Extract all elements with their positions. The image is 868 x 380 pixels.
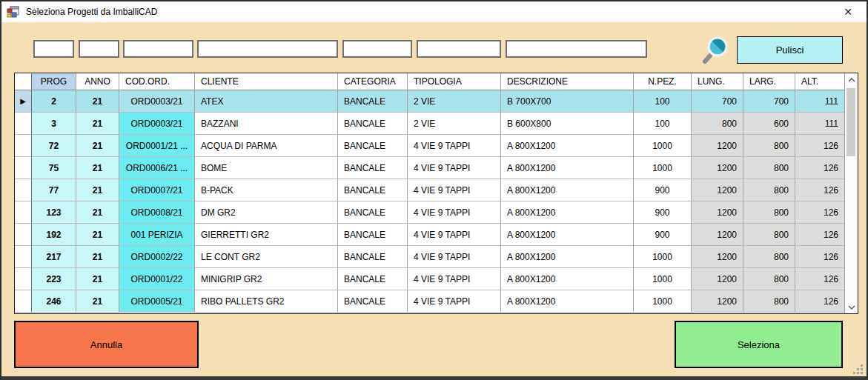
column-header-lung[interactable]: LUNG. bbox=[692, 73, 743, 90]
cell-categoria[interactable]: BANCALE bbox=[338, 268, 408, 290]
cell-anno[interactable]: 21 bbox=[76, 179, 119, 201]
filter-categoria-input[interactable] bbox=[342, 40, 412, 58]
current-row-indicator[interactable]: ▶ bbox=[15, 90, 32, 113]
cell-larg[interactable]: 800 bbox=[743, 224, 795, 246]
column-header-cliente[interactable]: CLIENTE bbox=[195, 73, 338, 90]
column-header-descrizione[interactable]: DESCRIZIONE bbox=[501, 73, 634, 90]
row-header-cell[interactable] bbox=[15, 157, 32, 179]
cell-anno[interactable]: 21 bbox=[76, 224, 119, 246]
filter-cliente-input[interactable] bbox=[197, 40, 338, 58]
cell-tipologia[interactable]: 4 VIE 9 TAPPI bbox=[408, 290, 501, 313]
cell-tipologia[interactable]: 2 VIE bbox=[408, 90, 501, 113]
cell-cliente[interactable]: B-PACK bbox=[195, 179, 338, 201]
cell-cliente[interactable]: BAZZANI bbox=[195, 113, 338, 135]
cell-alt[interactable]: 126 bbox=[795, 157, 845, 179]
row-header-cell[interactable] bbox=[15, 290, 32, 313]
cell-larg[interactable]: 700 bbox=[743, 90, 795, 113]
cell-anno[interactable]: 21 bbox=[76, 290, 119, 313]
close-button[interactable]: ✕ bbox=[840, 4, 856, 19]
cell-anno[interactable]: 21 bbox=[76, 135, 119, 157]
seleziona-button[interactable]: Seleziona bbox=[675, 321, 843, 368]
cell-codord[interactable]: ORD0003/21 bbox=[119, 90, 195, 113]
cell-larg[interactable]: 600 bbox=[743, 113, 795, 135]
column-header-larg[interactable]: LARG. bbox=[743, 73, 795, 90]
cell-codord[interactable]: ORD0005/21 bbox=[119, 290, 195, 313]
cell-alt[interactable]: 126 bbox=[795, 290, 845, 313]
cell-cliente[interactable]: DM GR2 bbox=[195, 201, 338, 224]
cell-tipologia[interactable]: 4 VIE 9 TAPPI bbox=[408, 224, 501, 246]
column-header-categoria[interactable]: CATEGORIA bbox=[338, 73, 408, 90]
cell-alt[interactable]: 126 bbox=[795, 224, 845, 246]
cell-codord[interactable]: 001 PERIZIA bbox=[119, 224, 195, 246]
table-row[interactable]: 24621ORD0005/21RIBO PALLETS GR2BANCALE4 … bbox=[15, 290, 845, 313]
column-header-alt[interactable]: ALT. bbox=[795, 73, 845, 90]
cell-codord[interactable]: ORD0002/22 bbox=[119, 246, 195, 268]
table-row[interactable]: 7521ORD0006/21 ...BOMEBANCALE4 VIE 9 TAP… bbox=[15, 157, 845, 179]
cell-lung[interactable]: 1200 bbox=[692, 290, 743, 313]
cell-anno[interactable]: 21 bbox=[76, 201, 119, 224]
scroll-down-button[interactable] bbox=[845, 301, 858, 313]
cell-npez[interactable]: 1000 bbox=[634, 135, 692, 157]
cell-larg[interactable]: 800 bbox=[743, 290, 795, 313]
cell-prog[interactable]: 192 bbox=[32, 224, 76, 246]
cell-categoria[interactable]: BANCALE bbox=[338, 201, 408, 224]
cell-alt[interactable]: 126 bbox=[795, 268, 845, 290]
column-header-prog[interactable]: PROG bbox=[32, 73, 76, 90]
row-header-cell[interactable] bbox=[15, 113, 32, 135]
cell-lung[interactable]: 1200 bbox=[692, 135, 743, 157]
cell-categoria[interactable]: BANCALE bbox=[338, 157, 408, 179]
cell-categoria[interactable]: BANCALE bbox=[338, 113, 408, 135]
cell-categoria[interactable]: BANCALE bbox=[338, 224, 408, 246]
cell-anno[interactable]: 21 bbox=[76, 246, 119, 268]
cell-anno[interactable]: 21 bbox=[76, 268, 119, 290]
cell-tipologia[interactable]: 4 VIE 9 TAPPI bbox=[408, 179, 501, 201]
column-header-npez[interactable]: N.PEZ. bbox=[634, 73, 692, 90]
filter-descrizione-input[interactable] bbox=[506, 40, 647, 58]
cell-prog[interactable]: 217 bbox=[32, 246, 76, 268]
table-row[interactable]: 22321ORD0001/22MINIGRIP GR2BANCALE4 VIE … bbox=[15, 268, 845, 290]
pulisci-button[interactable]: Pulisci bbox=[737, 36, 843, 64]
cell-tipologia[interactable]: 4 VIE 9 TAPPI bbox=[408, 157, 501, 179]
cell-anno[interactable]: 21 bbox=[76, 157, 119, 179]
cell-cliente[interactable]: BOME bbox=[195, 157, 338, 179]
cell-cliente[interactable]: MINIGRIP GR2 bbox=[195, 268, 338, 290]
cell-descrizione[interactable]: A 800X1200 bbox=[501, 157, 634, 179]
table-row[interactable]: 21721ORD0002/22LE CONT GR2BANCALE4 VIE 9… bbox=[15, 246, 845, 268]
cell-codord[interactable]: ORD0008/21 bbox=[119, 201, 195, 224]
cell-alt[interactable]: 126 bbox=[795, 135, 845, 157]
cell-tipologia[interactable]: 2 VIE bbox=[408, 113, 501, 135]
table-row[interactable]: 7721ORD0007/21B-PACKBANCALE4 VIE 9 TAPPI… bbox=[15, 179, 845, 201]
cell-larg[interactable]: 800 bbox=[743, 246, 795, 268]
cell-codord[interactable]: ORD0006/21 ... bbox=[119, 157, 195, 179]
cell-alt[interactable]: 126 bbox=[795, 179, 845, 201]
cell-lung[interactable]: 1200 bbox=[692, 224, 743, 246]
cell-codord[interactable]: ORD0007/21 bbox=[119, 179, 195, 201]
cell-prog[interactable]: 72 bbox=[32, 135, 76, 157]
table-row[interactable]: ▶221ORD0003/21ATEXBANCALE2 VIEB 700X7001… bbox=[15, 90, 845, 113]
cell-npez[interactable]: 1000 bbox=[634, 268, 692, 290]
scrollbar-thumb[interactable] bbox=[847, 88, 855, 156]
cell-tipologia[interactable]: 4 VIE 9 TAPPI bbox=[408, 135, 501, 157]
cell-alt[interactable]: 126 bbox=[795, 201, 845, 224]
cell-lung[interactable]: 1200 bbox=[692, 268, 743, 290]
cell-cliente[interactable]: RIBO PALLETS GR2 bbox=[195, 290, 338, 313]
cell-npez[interactable]: 100 bbox=[634, 113, 692, 135]
cell-categoria[interactable]: BANCALE bbox=[338, 90, 408, 113]
cell-npez[interactable]: 100 bbox=[634, 90, 692, 113]
cell-descrizione[interactable]: A 800X1200 bbox=[501, 268, 634, 290]
cell-cliente[interactable]: ATEX bbox=[195, 90, 338, 113]
row-header-cell[interactable] bbox=[15, 246, 32, 268]
cell-lung[interactable]: 1200 bbox=[692, 246, 743, 268]
resize-grip[interactable] bbox=[853, 364, 864, 375]
column-header-anno[interactable]: ANNO bbox=[76, 73, 119, 90]
cell-descrizione[interactable]: A 800X1200 bbox=[501, 135, 634, 157]
cell-prog[interactable]: 77 bbox=[32, 179, 76, 201]
cell-lung[interactable]: 1200 bbox=[692, 179, 743, 201]
cell-descrizione[interactable]: A 800X1200 bbox=[501, 246, 634, 268]
cell-prog[interactable]: 123 bbox=[32, 201, 76, 224]
cell-descrizione[interactable]: B 700X700 bbox=[501, 90, 634, 113]
row-header-cell[interactable] bbox=[15, 201, 32, 224]
cell-prog[interactable]: 2 bbox=[32, 90, 76, 113]
cell-npez[interactable]: 1000 bbox=[634, 246, 692, 268]
cell-codord[interactable]: ORD0001/21 ... bbox=[119, 135, 195, 157]
